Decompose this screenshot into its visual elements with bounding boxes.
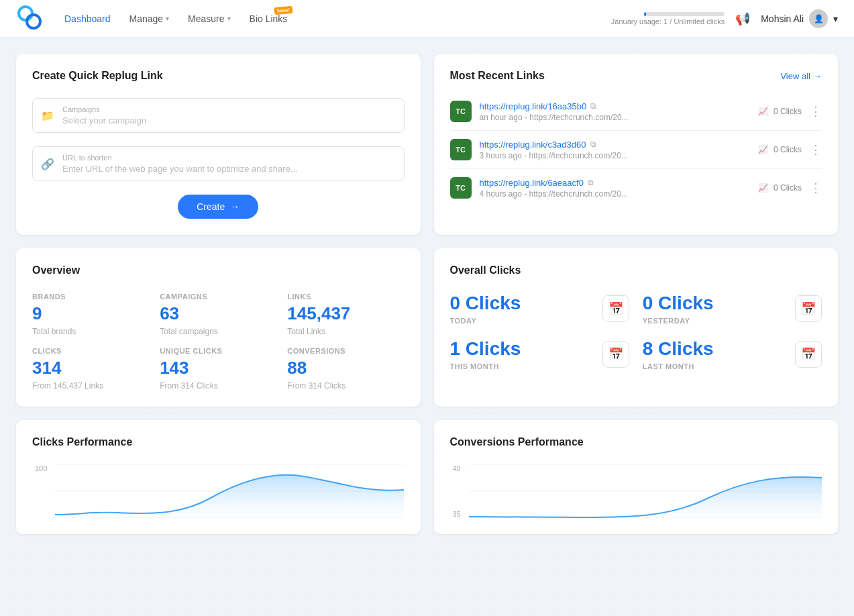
url-input-group[interactable]: 🔗 URL to shorten Enter URL of the web pa… <box>32 146 405 181</box>
nav-dashboard[interactable]: Dashboard <box>64 13 111 24</box>
campaign-selector[interactable]: 📁 Campaigns Select your campaign <box>32 98 405 133</box>
overview-clicks: CLICKS 314 From 145,437 Links <box>32 347 149 391</box>
more-options-icon[interactable]: ⋮ <box>810 104 822 119</box>
copy-icon[interactable]: ⧉ <box>590 101 596 111</box>
new-badge: New! <box>274 5 293 14</box>
notification-icon[interactable]: 📢 <box>735 11 750 26</box>
user-menu[interactable]: Mohsin Ali 👤 ▾ <box>761 9 838 28</box>
calendar-icon: 📅 <box>602 295 629 322</box>
main-content: Create Quick Replug Link 📁 Campaigns Sel… <box>0 38 854 550</box>
nav-menu: Dashboard Manage ▾ Measure ▾ Bio Links N… <box>64 13 611 24</box>
url-label: URL to shorten <box>62 154 396 162</box>
logo[interactable] <box>16 4 43 33</box>
clicks-chart <box>55 464 404 518</box>
link-stats: 📈 0 Clicks <box>758 145 802 154</box>
link-item: TC https://replug.link/6aeaacf0 ⧉ 4 hour… <box>450 169 822 207</box>
overview-title: Overview <box>32 264 405 276</box>
campaign-placeholder: Select your campaign <box>62 115 146 125</box>
link-url[interactable]: https://replug.link/6aeaacf0 ⧉ <box>480 178 750 188</box>
folder-icon: 📁 <box>41 109 54 122</box>
overview-links: LINKS 145,437 Total Links <box>287 293 404 336</box>
link-meta: an hour ago - https://techcrunch.com/20.… <box>480 113 750 122</box>
chart-icon: 📈 <box>758 145 768 154</box>
create-link-card: Create Quick Replug Link 📁 Campaigns Sel… <box>16 54 421 235</box>
clicks-yesterday: 0 Clicks YESTERDAY 📅 <box>643 293 822 325</box>
recent-links-title: Most Recent Links <box>450 70 545 82</box>
overview-card: Overview BRANDS 9 Total brands CAMPAIGNS… <box>16 248 421 407</box>
link-favicon: TC <box>450 101 472 122</box>
chevron-down-icon: ▾ <box>227 15 231 22</box>
arrow-right-icon: → <box>230 201 239 212</box>
link-favicon: TC <box>450 177 472 199</box>
overview-brands: BRANDS 9 Total brands <box>32 293 149 336</box>
link-item: TC https://replug.link/16aa35b0 ⧉ an hou… <box>450 93 822 131</box>
create-link-title: Create Quick Replug Link <box>32 70 405 82</box>
calendar-icon: 📅 <box>795 295 822 322</box>
copy-icon[interactable]: ⧉ <box>588 178 594 187</box>
link-icon: 🔗 <box>41 158 54 170</box>
conversions-performance-title: Conversions Performance <box>450 436 822 448</box>
clicks-performance-card: Clicks Performance 100 <box>16 420 421 534</box>
link-meta: 3 hours ago - https://techcrunch.com/20.… <box>480 151 750 160</box>
create-button[interactable]: Create → <box>178 195 258 219</box>
usage-info: January usage: 1 / Unlimited clicks <box>611 12 725 25</box>
link-stats: 📈 0 Clicks <box>758 183 802 193</box>
overview-unique-clicks: UNIQUE CLICKS 143 From 314 Clicks <box>160 347 276 391</box>
clicks-today: 0 Clicks TODAY 📅 <box>450 293 629 325</box>
nav-measure[interactable]: Measure ▾ <box>188 13 230 24</box>
clicks-last-month: 8 Clicks LAST MONTH 📅 <box>643 338 822 370</box>
navbar: Dashboard Manage ▾ Measure ▾ Bio Links N… <box>0 0 854 38</box>
chart-y-label: 40 <box>453 464 461 472</box>
link-url[interactable]: https://replug.link/16aa35b0 ⧉ <box>480 101 750 111</box>
recent-links-card: Most Recent Links View all → TC https://… <box>434 54 839 235</box>
calendar-icon: 📅 <box>795 341 822 368</box>
more-options-icon[interactable]: ⋮ <box>810 142 822 157</box>
chevron-down-icon: ▾ <box>833 13 838 24</box>
overall-clicks-card: Overall Clicks 0 Clicks TODAY 📅 0 Clicks… <box>434 248 839 407</box>
clicks-grid: 0 Clicks TODAY 📅 0 Clicks YESTERDAY 📅 1 … <box>450 293 822 370</box>
arrow-right-icon: → <box>813 71 822 81</box>
link-stats: 📈 0 Clicks <box>758 107 802 116</box>
calendar-icon: 📅 <box>602 341 629 368</box>
chart-y-label: 35 <box>453 510 461 518</box>
clicks-performance-title: Clicks Performance <box>32 436 405 448</box>
overview-grid: BRANDS 9 Total brands CAMPAIGNS 63 Total… <box>32 293 405 391</box>
view-all-link[interactable]: View all → <box>780 71 822 81</box>
link-meta: 4 hours ago - https://techcrunch.com/20.… <box>480 189 750 199</box>
chart-y-label: 100 <box>35 464 47 472</box>
usage-text: January usage: 1 / Unlimited clicks <box>611 17 725 25</box>
chart-icon: 📈 <box>758 183 768 193</box>
overview-conversions: CONVERSIONS 88 From 314 Clicks <box>287 347 404 391</box>
nav-manage[interactable]: Manage ▾ <box>129 13 170 24</box>
overall-clicks-title: Overall Clicks <box>450 264 822 276</box>
user-name: Mohsin Ali <box>761 13 804 24</box>
link-item: TC https://replug.link/c3ad3d60 ⧉ 3 hour… <box>450 131 822 169</box>
overview-campaigns: CAMPAIGNS 63 Total campaigns <box>160 293 276 336</box>
clicks-this-month: 1 Clicks THIS MONTH 📅 <box>450 338 629 370</box>
link-favicon: TC <box>450 139 472 160</box>
chevron-down-icon: ▾ <box>166 15 169 22</box>
conversions-performance-card: Conversions Performance 40 35 <box>434 420 839 534</box>
more-options-icon[interactable]: ⋮ <box>810 181 822 195</box>
campaign-label: Campaigns <box>62 105 396 113</box>
avatar: 👤 <box>809 9 828 28</box>
recent-links-header: Most Recent Links View all → <box>450 70 822 82</box>
copy-icon[interactable]: ⧉ <box>590 140 596 149</box>
navbar-right: January usage: 1 / Unlimited clicks 📢 Mo… <box>611 9 838 28</box>
conversions-chart <box>469 464 822 518</box>
nav-biolinks[interactable]: Bio Links New! <box>250 13 288 24</box>
svg-point-1 <box>27 15 40 28</box>
usage-bar <box>644 12 725 16</box>
url-placeholder: Enter URL of the web page you want to op… <box>62 164 298 174</box>
links-list: TC https://replug.link/16aa35b0 ⧉ an hou… <box>450 93 822 207</box>
link-url[interactable]: https://replug.link/c3ad3d60 ⧉ <box>480 140 750 150</box>
svg-point-0 <box>19 7 32 20</box>
usage-bar-fill <box>644 12 645 16</box>
chart-icon: 📈 <box>758 107 768 116</box>
